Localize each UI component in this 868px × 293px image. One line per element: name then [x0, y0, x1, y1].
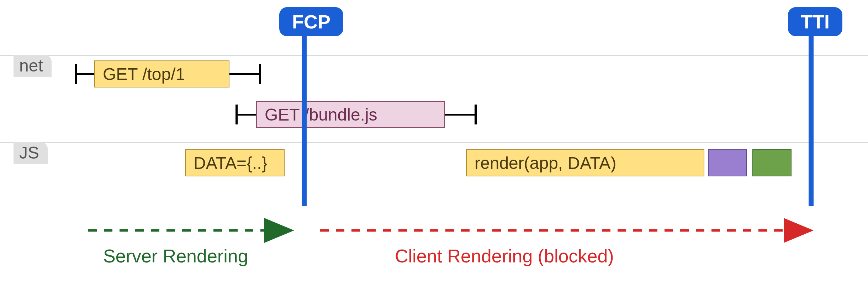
- phase-label-server-text: Server Rendering: [103, 246, 248, 266]
- whisker-tick-bundle-right: [475, 105, 477, 124]
- marker-fcp: FCP: [279, 7, 329, 36]
- marker-tti-stem: [809, 32, 814, 206]
- marker-fcp-pill: FCP: [279, 7, 343, 36]
- whisker-tick-get-top-right: [259, 64, 261, 84]
- task-render-label: render(app, DATA): [475, 153, 616, 173]
- block-green: [752, 149, 792, 176]
- task-get-bundle-label: GET /bundle.js: [265, 105, 377, 124]
- whisker-line-get-top-right: [229, 73, 261, 75]
- task-get-top: GET /top/1: [94, 60, 229, 87]
- task-get-bundle: GET /bundle.js: [256, 101, 445, 128]
- lane-line-js: [0, 142, 868, 143]
- phase-label-server: Server Rendering: [103, 245, 248, 267]
- lane-line-net: [0, 55, 868, 56]
- marker-tti-label: TTI: [801, 11, 830, 32]
- lane-label-js-text: JS: [19, 143, 39, 162]
- lane-label-net-text: net: [19, 56, 43, 75]
- task-data: DATA={..}: [185, 149, 285, 176]
- marker-tti-pill: TTI: [788, 7, 842, 36]
- marker-fcp-stem: [302, 32, 307, 206]
- marker-tti: TTI: [788, 7, 834, 36]
- lane-label-net: net: [14, 55, 52, 77]
- whisker-line-get-top-left: [75, 73, 94, 75]
- task-render: render(app, DATA): [466, 149, 704, 176]
- marker-fcp-label: FCP: [292, 11, 330, 32]
- task-get-top-label: GET /top/1: [103, 64, 185, 84]
- whisker-line-bundle-left: [235, 114, 256, 116]
- whisker-line-bundle-right: [445, 114, 477, 116]
- block-purple: [708, 149, 747, 176]
- phase-label-client-text: Client Rendering (blocked): [395, 246, 614, 266]
- task-data-label: DATA={..}: [194, 153, 268, 173]
- phase-label-client: Client Rendering (blocked): [395, 245, 614, 267]
- lane-label-js: JS: [14, 142, 48, 164]
